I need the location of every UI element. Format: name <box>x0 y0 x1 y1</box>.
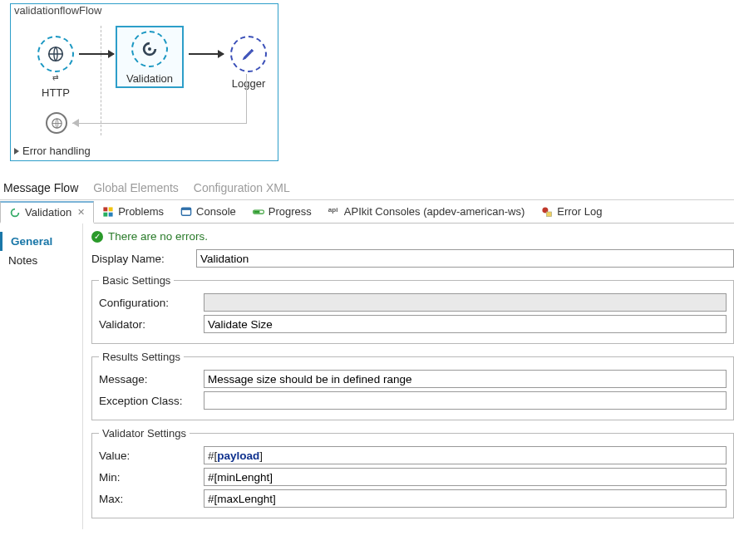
exception-class-row: Exception Class: <box>99 391 727 410</box>
svg-rect-12 <box>547 212 552 217</box>
flow-return-line <box>72 123 247 124</box>
value-label: Value: <box>99 449 204 462</box>
max-input[interactable] <box>204 489 727 508</box>
progress-icon <box>253 206 264 218</box>
results-settings-group: Results Settings Message: Exception Clas… <box>91 351 734 420</box>
tab-label: APIkit Consoles (apdev-american-ws) <box>344 205 525 218</box>
flow-arrow <box>189 53 224 55</box>
max-label: Max: <box>99 493 204 505</box>
status-text: There are no errors. <box>108 230 208 243</box>
api-icon: api <box>328 206 340 218</box>
validator-settings-group: Validator Settings Value: #[payload] Min… <box>91 427 734 518</box>
panel-tab-validation[interactable]: Validation ✕ <box>0 201 94 224</box>
value-row: Value: #[payload] <box>99 446 727 464</box>
pencil-icon <box>230 36 267 72</box>
validation-icon <box>131 31 168 67</box>
problems-icon <box>102 206 114 218</box>
basic-settings-group: Basic Settings Configuration: Validator: <box>91 274 734 344</box>
side-tab-notes[interactable]: Notes <box>0 251 82 270</box>
tab-global-elements[interactable]: Global Elements <box>93 181 179 194</box>
flow-canvas: validationflowFlow ⇄ HTTP Validation <box>0 0 734 166</box>
error-handling-label: Error handling <box>22 145 91 157</box>
exception-class-input[interactable] <box>204 391 727 410</box>
panel-tabs: Validation ✕ Problems Console Progress a… <box>0 200 734 224</box>
tab-label: Validation <box>25 206 71 219</box>
panel-tab-problems[interactable]: Problems <box>94 200 172 223</box>
flow-separator <box>101 26 101 135</box>
tab-message-flow[interactable]: Message Flow <box>3 181 78 194</box>
svg-rect-5 <box>104 212 108 216</box>
validator-settings-legend: Validator Settings <box>99 427 190 440</box>
node-label: Validation <box>122 72 177 85</box>
min-label: Min: <box>99 471 204 484</box>
arrow-left-icon <box>72 119 79 127</box>
display-name-label: Display Name: <box>91 253 196 265</box>
tab-label: Problems <box>118 205 164 218</box>
node-label: Logger <box>225 77 272 90</box>
check-icon: ✓ <box>91 231 103 243</box>
properties-side-tabs: General Notes <box>0 224 83 529</box>
panel-tab-apikit[interactable]: api APIkit Consoles (apdev-american-ws) <box>320 200 533 223</box>
exception-class-label: Exception Class: <box>99 395 204 407</box>
basic-settings-legend: Basic Settings <box>99 274 174 287</box>
error-handling-toggle[interactable]: Error handling <box>14 145 91 157</box>
side-tab-general[interactable]: General <box>0 232 82 251</box>
min-input[interactable] <box>204 468 727 486</box>
panel-tab-progress[interactable]: Progress <box>244 200 320 223</box>
flow-node-validation[interactable]: Validation <box>116 26 184 88</box>
flow-node-http[interactable]: ⇄ HTTP <box>31 36 81 99</box>
flow-return-line <box>246 74 247 124</box>
svg-point-1 <box>148 47 151 51</box>
properties-panel: General Notes ✓ There are no errors. Dis… <box>0 224 734 529</box>
flow-box[interactable]: validationflowFlow ⇄ HTTP Validation <box>10 3 278 161</box>
message-label: Message: <box>99 373 204 386</box>
tab-label: Console <box>196 205 236 218</box>
message-row: Message: <box>99 370 727 388</box>
console-icon <box>180 206 192 218</box>
svg-rect-3 <box>104 207 108 211</box>
value-input[interactable]: #[payload] <box>204 446 727 464</box>
tab-configuration-xml[interactable]: Configuration XML <box>194 181 290 194</box>
flow-node-logger[interactable]: Logger <box>225 36 272 90</box>
panel-tab-error-log[interactable]: Error Log <box>533 200 610 223</box>
validator-label: Validator: <box>99 318 204 331</box>
node-label: HTTP <box>31 86 81 99</box>
triangle-right-icon <box>14 148 19 155</box>
svg-rect-6 <box>109 212 113 216</box>
configuration-label: Configuration: <box>99 297 204 309</box>
svg-rect-10 <box>254 210 259 213</box>
globe-icon <box>37 36 74 72</box>
validator-row: Validator: <box>99 315 727 333</box>
configuration-input[interactable] <box>204 293 727 312</box>
message-input[interactable] <box>204 370 727 388</box>
display-name-row: Display Name: <box>91 249 734 268</box>
editor-tabs: Message Flow Global Elements Configurati… <box>3 181 734 194</box>
validation-icon <box>9 207 21 219</box>
globe-icon <box>46 112 67 134</box>
display-name-input[interactable] <box>196 249 734 268</box>
error-log-icon <box>541 206 553 218</box>
svg-rect-4 <box>109 207 113 211</box>
configuration-row: Configuration: <box>99 293 727 312</box>
max-row: Max: <box>99 489 727 508</box>
panel-tab-console[interactable]: Console <box>172 200 244 223</box>
flow-arrow <box>79 53 114 55</box>
tab-label: Error Log <box>557 205 602 218</box>
svg-rect-8 <box>181 208 190 210</box>
validator-input[interactable] <box>204 315 727 333</box>
tab-label: Progress <box>268 205 312 218</box>
flow-title: validationflowFlow <box>14 4 102 17</box>
properties-form: ✓ There are no errors. Display Name: Bas… <box>83 224 734 529</box>
min-row: Min: <box>99 468 727 486</box>
results-settings-legend: Results Settings <box>99 351 184 363</box>
status-row: ✓ There are no errors. <box>91 230 734 243</box>
close-icon[interactable]: ✕ <box>77 207 85 218</box>
